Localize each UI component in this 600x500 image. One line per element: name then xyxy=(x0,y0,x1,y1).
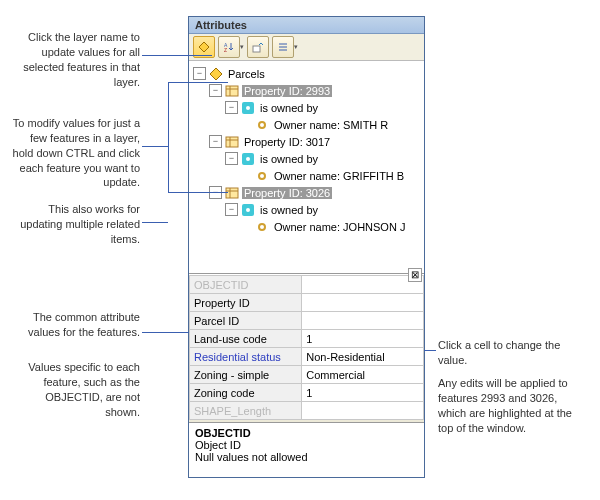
callout-line xyxy=(168,82,169,192)
field-name: Property ID xyxy=(190,294,302,312)
tree-label[interactable]: is owned by xyxy=(258,102,320,114)
svg-point-9 xyxy=(246,106,250,110)
field-name: Zoning - simple xyxy=(190,366,302,384)
feature-tree[interactable]: −Parcels−Property ID: 2993−is owned byOw… xyxy=(189,61,424,274)
tree-node[interactable]: Owner name: GRIFFITH B xyxy=(191,167,422,184)
relation-icon xyxy=(241,203,255,217)
field-value[interactable] xyxy=(302,402,424,420)
callout-line xyxy=(142,146,168,147)
field-name: SHAPE_Length xyxy=(190,402,302,420)
annotation: Click the layer name to update values fo… xyxy=(10,30,140,89)
list-icon xyxy=(277,41,289,53)
callout-line xyxy=(142,55,212,56)
tree-label[interactable]: Owner name: SMITH R xyxy=(272,119,390,131)
field-value[interactable]: 1 xyxy=(302,384,424,402)
sort-icon: AZ xyxy=(223,41,235,53)
expander[interactable]: − xyxy=(225,152,238,165)
desc-subtitle: Object ID xyxy=(195,439,418,451)
tree-label[interactable]: Property ID: 3026 xyxy=(242,187,332,199)
tree-node[interactable]: Owner name: SMITH R xyxy=(191,116,422,133)
tree-label[interactable]: Parcels xyxy=(226,68,267,80)
diamond-icon xyxy=(209,67,223,81)
annotation: This also works for updating multiple re… xyxy=(14,202,140,247)
window-title: Attributes xyxy=(189,17,424,34)
relation-icon xyxy=(241,152,255,166)
field-name: Zoning code xyxy=(190,384,302,402)
field-value[interactable] xyxy=(302,312,424,330)
tree-label[interactable]: Owner name: GRIFFITH B xyxy=(272,170,406,182)
svg-point-16 xyxy=(259,173,265,179)
field-name: OBJECTID xyxy=(190,276,302,294)
table-icon xyxy=(225,135,239,149)
field-name: Parcel ID xyxy=(190,312,302,330)
attributes-window: Attributes AZ ▾ ▾ −Parcels−Property ID: … xyxy=(188,16,425,478)
tree-label[interactable]: Property ID: 3017 xyxy=(242,136,332,148)
tree-node[interactable]: Owner name: JOHNSON J xyxy=(191,218,422,235)
grid-row: OBJECTID xyxy=(190,276,424,294)
field-value[interactable] xyxy=(302,276,424,294)
annotation: Values specific to each feature, such as… xyxy=(20,360,140,419)
expander[interactable]: − xyxy=(209,84,222,97)
tree-label[interactable]: Owner name: JOHNSON J xyxy=(272,221,407,233)
field-value[interactable]: Commercial xyxy=(302,366,424,384)
tree-label[interactable]: Property ID: 2993 xyxy=(242,85,332,97)
circle-icon xyxy=(255,220,269,234)
callout-line xyxy=(142,222,168,223)
callout-line xyxy=(142,332,189,333)
tree-label[interactable]: is owned by xyxy=(258,153,320,165)
svg-point-15 xyxy=(246,157,250,161)
promote-button[interactable] xyxy=(247,36,269,58)
field-description: OBJECTID Object ID Null values not allow… xyxy=(189,422,424,477)
dropdown-icon[interactable]: ▾ xyxy=(240,43,244,51)
expander[interactable]: − xyxy=(193,67,206,80)
grid-row: Parcel ID xyxy=(190,312,424,330)
expander[interactable]: − xyxy=(209,135,222,148)
desc-note: Null values not allowed xyxy=(195,451,418,463)
sort-button[interactable]: AZ xyxy=(218,36,240,58)
circle-icon xyxy=(255,169,269,183)
annotation: Click a cell to change the value. xyxy=(438,338,578,368)
expander[interactable]: − xyxy=(225,203,238,216)
svg-rect-11 xyxy=(226,137,238,147)
table-up-icon xyxy=(252,41,264,53)
callout-line xyxy=(424,350,436,351)
field-value[interactable]: 1 xyxy=(302,330,424,348)
diamond-icon xyxy=(198,41,210,53)
tree-node[interactable]: −is owned by xyxy=(191,201,422,218)
svg-point-21 xyxy=(246,208,250,212)
table-icon xyxy=(225,84,239,98)
related-toggle[interactable]: ⊠ xyxy=(408,268,422,282)
relation-icon xyxy=(241,101,255,115)
dropdown-icon[interactable]: ▾ xyxy=(294,43,298,51)
callout-line xyxy=(168,192,228,193)
svg-marker-0 xyxy=(199,42,209,52)
tree-node[interactable]: −Property ID: 3017 xyxy=(191,133,422,150)
grid-row: Zoning code1 xyxy=(190,384,424,402)
toolbar: AZ ▾ ▾ xyxy=(189,34,424,61)
annotation: To modify values for just a few features… xyxy=(10,116,140,190)
grid-row: Property ID xyxy=(190,294,424,312)
tree-node[interactable]: −is owned by xyxy=(191,99,422,116)
grid-row: SHAPE_Length xyxy=(190,402,424,420)
svg-text:Z: Z xyxy=(224,47,227,53)
field-value[interactable]: Non-Residential xyxy=(302,348,424,366)
options-button[interactable] xyxy=(272,36,294,58)
annotation: The common attribute values for the feat… xyxy=(28,310,140,340)
svg-rect-5 xyxy=(226,86,238,96)
tree-label[interactable]: is owned by xyxy=(258,204,320,216)
tree-node[interactable]: −Parcels xyxy=(191,65,422,82)
tree-node[interactable]: −Property ID: 2993 xyxy=(191,82,422,99)
field-name: Residential status xyxy=(190,348,302,366)
tree-node[interactable]: −is owned by xyxy=(191,150,422,167)
callout-line xyxy=(168,82,228,83)
grid-row: Zoning - simpleCommercial xyxy=(190,366,424,384)
annotation: Any edits will be applied to features 29… xyxy=(438,376,588,435)
grid-row: Residential statusNon-Residential xyxy=(190,348,424,366)
field-name: Land-use code xyxy=(190,330,302,348)
expander[interactable]: − xyxy=(225,101,238,114)
field-value[interactable] xyxy=(302,294,424,312)
svg-point-22 xyxy=(259,224,265,230)
circle-icon xyxy=(255,118,269,132)
grid-row: Land-use code1 xyxy=(190,330,424,348)
svg-rect-3 xyxy=(253,46,260,52)
